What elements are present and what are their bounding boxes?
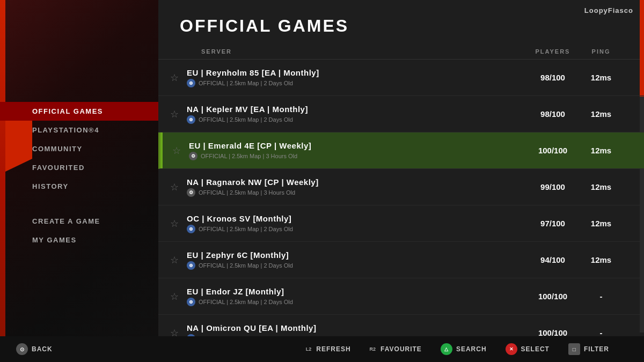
select-label: Select [521, 345, 550, 353]
server-info-7: EU | Endor JZ [Monthly] ⊕ OFFICIAL | 2.5… [182, 287, 526, 306]
server-meta-2: OFFICIAL | 2.5km Map | 2 Days Old [199, 116, 293, 123]
sidebar-item-favourited[interactable]: FAVOURITED [0, 158, 158, 177]
filter-action[interactable]: □ Filter [568, 343, 609, 355]
favourite-label: Favourite [380, 345, 422, 353]
back-action[interactable]: ⊙ Back [16, 343, 53, 355]
col-header-players: PLAYERS [526, 48, 580, 55]
sidebar-item-my-games[interactable]: MY GAMES [0, 231, 158, 249]
back-button-icon: ⊙ [16, 343, 28, 355]
server-meta-4: OFFICIAL | 2.5km Map | 3 Hours Old [199, 189, 295, 196]
server-meta-3: OFFICIAL | 2.5km Map | 3 Hours Old [201, 153, 297, 159]
favourite-star-6[interactable]: ☆ [166, 252, 182, 268]
table-row[interactable]: ☆ OC | Kronos SV [Monthly] ⊕ OFFICIAL | … [158, 205, 644, 242]
players-value-1: 98/100 [526, 73, 580, 82]
back-label: Back [32, 345, 53, 353]
server-details-4: ⚙ OFFICIAL | 2.5km Map | 3 Hours Old [187, 188, 526, 197]
server-type-icon-5: ⊕ [187, 225, 195, 233]
sidebar-item-history[interactable]: HISTORY [0, 177, 158, 196]
filter-label: Filter [584, 345, 609, 353]
server-type-icon-1: ⊕ [187, 79, 195, 87]
players-value-3: 100/100 [526, 146, 580, 155]
server-info-5: OC | Kronos SV [Monthly] ⊕ OFFICIAL | 2.… [182, 214, 526, 233]
username-display: LoopyFiasco [584, 6, 633, 14]
table-row[interactable]: ☆ EU | Endor JZ [Monthly] ⊕ OFFICIAL | 2… [158, 278, 644, 315]
sidebar-navigation: OFFICIAL GAMES PLAYSTATION®4 COMMUNITY F… [0, 102, 158, 249]
main-content: OFFICIAL GAMES SERVER PLAYERS PING ☆ EU … [158, 0, 644, 362]
server-list: ☆ EU | Reynholm 85 [EA | Monthly] ⊕ OFFI… [158, 60, 644, 351]
sidebar-item-community[interactable]: COMMUNITY [0, 139, 158, 158]
favourite-star-3[interactable]: ☆ [169, 143, 185, 159]
ping-value-1: 12ms [580, 73, 623, 82]
nav-spacer [0, 196, 158, 212]
sidebar: OFFICIAL GAMES PLAYSTATION®4 COMMUNITY F… [0, 0, 158, 362]
server-name-1: EU | Reynholm 85 [EA | Monthly] [187, 68, 526, 77]
server-type-icon-3: ⚙ [189, 152, 197, 160]
search-button-icon: △ [441, 343, 452, 355]
players-value-7: 100/100 [526, 292, 580, 301]
server-meta-1: OFFICIAL | 2.5km Map | 2 Days Old [199, 80, 293, 86]
server-info-3: EU | Emerald 4E [CP | Weekly] ⚙ OFFICIAL… [185, 141, 526, 160]
sidebar-item-create-game[interactable]: CREATE A GAME [0, 212, 158, 231]
table-row[interactable]: ☆ EU | Emerald 4E [CP | Weekly] ⚙ OFFICI… [158, 132, 644, 169]
sidebar-item-official-games[interactable]: OFFICIAL GAMES [0, 102, 158, 121]
server-type-icon-4: ⚙ [187, 188, 195, 197]
players-value-5: 97/100 [526, 219, 580, 228]
server-info-4: NA | Ragnarok NW [CP | Weekly] ⚙ OFFICIA… [182, 178, 526, 197]
select-action[interactable]: ✕ Select [506, 343, 550, 355]
ping-value-7: - [580, 292, 623, 301]
server-name-8: NA | Omicron QU [EA | Monthly] [187, 323, 526, 333]
server-type-icon-2: ⊕ [187, 115, 195, 124]
server-meta-6: OFFICIAL | 2.5km Map | 2 Days Old [199, 262, 293, 269]
server-name-6: EU | Zephyr 6C [Monthly] [187, 250, 526, 260]
ping-value-3: 12ms [580, 146, 623, 155]
players-value-2: 98/100 [526, 109, 580, 119]
favourite-action[interactable]: R2 Favourite [370, 345, 422, 353]
server-details-7: ⊕ OFFICIAL | 2.5km Map | 2 Days Old [187, 298, 526, 306]
select-button-icon: ✕ [506, 343, 517, 355]
ping-value-5: 12ms [580, 219, 623, 228]
server-name-2: NA | Kepler MV [EA | Monthly] [187, 105, 526, 114]
table-row[interactable]: ☆ NA | Ragnarok NW [CP | Weekly] ⚙ OFFIC… [158, 169, 644, 205]
server-meta-5: OFFICIAL | 2.5km Map | 2 Days Old [199, 226, 293, 232]
server-info-6: EU | Zephyr 6C [Monthly] ⊕ OFFICIAL | 2.… [182, 250, 526, 270]
page-title: OFFICIAL GAMES [158, 0, 644, 44]
table-row[interactable]: ☆ EU | Zephyr 6C [Monthly] ⊕ OFFICIAL | … [158, 242, 644, 278]
search-label: Search [456, 345, 487, 353]
server-details-5: ⊕ OFFICIAL | 2.5km Map | 2 Days Old [187, 225, 526, 233]
search-action[interactable]: △ Search [441, 343, 487, 355]
server-details-2: ⊕ OFFICIAL | 2.5km Map | 2 Days Old [187, 115, 526, 124]
ping-value-2: 12ms [580, 109, 623, 119]
favourite-badge: R2 [370, 346, 376, 352]
ping-value-6: 12ms [580, 255, 623, 264]
col-header-ping: PING [580, 48, 623, 55]
players-value-6: 94/100 [526, 255, 580, 264]
favourite-star-4[interactable]: ☆ [166, 179, 182, 195]
favourite-star-2[interactable]: ☆ [166, 106, 182, 122]
col-header-server: SERVER [180, 48, 526, 55]
server-type-icon-7: ⊕ [187, 298, 195, 306]
server-info-2: NA | Kepler MV [EA | Monthly] ⊕ OFFICIAL… [182, 105, 526, 124]
bottom-bar: ⊙ Back L2 Refresh R2 Favourite △ Search … [0, 336, 644, 362]
refresh-action[interactable]: L2 Refresh [306, 345, 351, 353]
server-name-7: EU | Endor JZ [Monthly] [187, 287, 526, 296]
server-meta-7: OFFICIAL | 2.5km Map | 2 Days Old [199, 299, 293, 305]
server-type-icon-6: ⊕ [187, 261, 195, 270]
table-row[interactable]: ☆ EU | Reynholm 85 [EA | Monthly] ⊕ OFFI… [158, 60, 644, 96]
server-details-1: ⊕ OFFICIAL | 2.5km Map | 2 Days Old [187, 79, 526, 87]
server-name-5: OC | Kronos SV [Monthly] [187, 214, 526, 223]
filter-button-icon: □ [568, 343, 580, 355]
ping-value-4: 12ms [580, 182, 623, 191]
players-value-4: 99/100 [526, 182, 580, 191]
refresh-label: Refresh [316, 345, 350, 353]
refresh-badge: L2 [306, 346, 312, 352]
sidebar-item-playstation4[interactable]: PLAYSTATION®4 [0, 121, 158, 139]
favourite-star-7[interactable]: ☆ [166, 289, 182, 305]
favourite-star-1[interactable]: ☆ [166, 70, 182, 86]
favourite-star-5[interactable]: ☆ [166, 216, 182, 232]
server-name-3: EU | Emerald 4E [CP | Weekly] [189, 141, 526, 150]
server-details-3: ⚙ OFFICIAL | 2.5km Map | 3 Hours Old [189, 152, 526, 160]
server-info-1: EU | Reynholm 85 [EA | Monthly] ⊕ OFFICI… [182, 68, 526, 87]
table-header: SERVER PLAYERS PING [158, 44, 644, 60]
server-name-4: NA | Ragnarok NW [CP | Weekly] [187, 178, 526, 187]
table-row[interactable]: ☆ NA | Kepler MV [EA | Monthly] ⊕ OFFICI… [158, 96, 644, 132]
